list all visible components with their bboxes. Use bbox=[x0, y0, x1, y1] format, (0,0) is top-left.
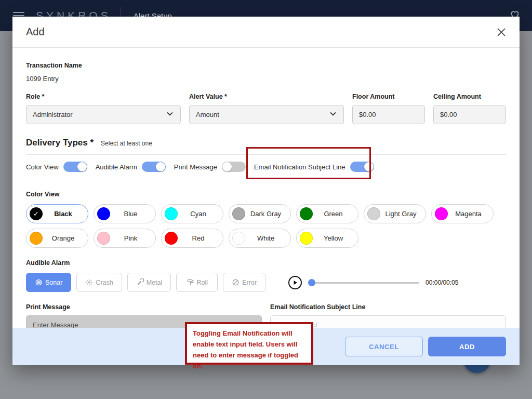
annotation-note: Toggling Email Notification will enable … bbox=[185, 322, 313, 365]
sound-button-label: Crash bbox=[96, 279, 113, 286]
toggle-switch-off[interactable] bbox=[222, 162, 246, 172]
error-icon bbox=[232, 278, 240, 286]
color-swatch bbox=[300, 207, 313, 220]
color-chip-label: Black bbox=[43, 210, 88, 218]
play-icon[interactable] bbox=[288, 276, 302, 289]
color-chip-blue[interactable]: Blue bbox=[94, 204, 156, 223]
color-swatch bbox=[435, 207, 448, 220]
color-swatch: ✓ bbox=[30, 207, 43, 220]
color-chip-cyan[interactable]: Cyan bbox=[161, 204, 223, 223]
role-label: Role * bbox=[26, 93, 181, 100]
transaction-name-label: Transaction Name bbox=[26, 62, 82, 69]
modal-title: Add bbox=[26, 26, 45, 38]
transaction-name-value: 1099 Entry bbox=[26, 75, 506, 83]
toggle-switch-on[interactable] bbox=[63, 162, 87, 172]
add-button[interactable]: ADD bbox=[428, 337, 506, 356]
color-swatch bbox=[165, 232, 178, 245]
color-chip-orange[interactable]: Orange bbox=[26, 229, 88, 248]
floor-amount-label: Floor Amount bbox=[352, 93, 425, 100]
color-chip-label: Green bbox=[313, 210, 358, 218]
toggle-color-view[interactable]: Color View bbox=[26, 162, 87, 172]
color-view-section-label: Color View bbox=[26, 191, 506, 198]
color-swatch bbox=[367, 207, 380, 220]
chevron-down-icon bbox=[166, 110, 174, 119]
sonar-icon bbox=[35, 278, 43, 286]
toggle-email-notification-subject-line[interactable]: Email Notification Subject Line bbox=[254, 162, 374, 172]
color-chip-light-gray[interactable]: Light Gray bbox=[364, 204, 426, 223]
toggle-label: Audible Alarm bbox=[96, 163, 137, 171]
sound-button-label: Metal bbox=[147, 279, 163, 286]
color-chip-label: Light Gray bbox=[380, 210, 425, 218]
alert-value-selected: Amount bbox=[196, 111, 219, 118]
toggle-audible-alarm[interactable]: Audible Alarm bbox=[96, 162, 166, 172]
color-chip-dark-gray[interactable]: Dark Gray bbox=[229, 204, 291, 223]
color-chip-label: Dark Gray bbox=[245, 210, 290, 218]
sound-button-metal[interactable]: Metal bbox=[127, 273, 171, 292]
color-chip-pink[interactable]: Pink bbox=[94, 229, 156, 248]
color-chip-label: Yellow bbox=[313, 234, 358, 242]
color-chip-label: Red bbox=[178, 234, 223, 242]
color-chip-black[interactable]: ✓Black bbox=[26, 204, 88, 223]
color-chip-magenta[interactable]: Magenta bbox=[431, 204, 494, 223]
alert-value-select[interactable]: Amount bbox=[189, 105, 344, 124]
sound-options: SonarCrashMetalRollError bbox=[26, 273, 271, 292]
color-swatch bbox=[30, 232, 43, 245]
cancel-button[interactable]: CANCEL bbox=[345, 337, 423, 356]
color-chip-white[interactable]: White bbox=[229, 229, 291, 248]
audio-progress-slider[interactable] bbox=[308, 279, 419, 286]
audio-player: 00:00/00:05 bbox=[288, 276, 458, 289]
color-chip-green[interactable]: Green bbox=[296, 204, 358, 223]
color-swatch bbox=[300, 232, 313, 245]
color-swatch bbox=[97, 232, 110, 245]
color-chip-label: White bbox=[245, 234, 290, 242]
sound-button-label: Roll bbox=[197, 279, 208, 286]
color-chip-label: Magenta bbox=[448, 210, 493, 218]
ceiling-amount-label: Ceiling Amount bbox=[433, 93, 506, 100]
crash-icon bbox=[85, 278, 93, 286]
color-chip-yellow[interactable]: Yellow bbox=[296, 229, 358, 248]
color-options: ✓BlackBlueCyanDark GrayGreenLight GrayMa… bbox=[26, 204, 506, 248]
sound-button-sonar[interactable]: Sonar bbox=[26, 273, 71, 292]
audible-alarm-section-label: Audible Alarm bbox=[26, 259, 506, 267]
toggle-label: Color View bbox=[26, 163, 59, 171]
add-alert-modal: Add Transaction Name 1099 Entry Role * A… bbox=[12, 17, 520, 365]
toggle-print-message[interactable]: Print Message bbox=[174, 162, 246, 172]
color-swatch bbox=[97, 207, 110, 220]
sound-button-error[interactable]: Error bbox=[223, 273, 265, 292]
slider-knob[interactable] bbox=[308, 279, 315, 286]
sound-button-label: Error bbox=[242, 279, 257, 286]
sound-button-crash[interactable]: Crash bbox=[76, 273, 122, 292]
floor-amount-input[interactable] bbox=[352, 105, 425, 124]
chevron-down-icon bbox=[329, 110, 337, 119]
audio-time: 00:00/00:05 bbox=[425, 279, 458, 286]
color-swatch bbox=[232, 232, 245, 245]
email-subject-label: Email Notification Subject Line bbox=[270, 303, 506, 311]
color-chip-label: Cyan bbox=[178, 210, 223, 218]
wrench-icon bbox=[136, 278, 144, 286]
sound-button-roll[interactable]: Roll bbox=[176, 273, 218, 292]
delivery-types-note: Select at least one bbox=[101, 140, 152, 147]
close-icon[interactable] bbox=[496, 26, 507, 38]
color-chip-label: Blue bbox=[110, 210, 155, 218]
color-swatch bbox=[165, 207, 178, 220]
alert-value-label: Alert Value * bbox=[189, 93, 344, 100]
check-icon: ✓ bbox=[33, 210, 39, 218]
color-chip-label: Pink bbox=[110, 234, 155, 242]
color-chip-label: Orange bbox=[43, 234, 88, 242]
ceiling-amount-input[interactable] bbox=[433, 105, 506, 124]
sound-options-row: SonarCrashMetalRollError 00:00/00:05 bbox=[26, 273, 506, 292]
print-message-label: Print Message bbox=[26, 303, 262, 311]
roller-icon bbox=[187, 278, 194, 286]
delivery-toggles-row: Color ViewAudible AlarmPrint MessageEmai… bbox=[26, 154, 506, 179]
sound-button-label: Sonar bbox=[45, 279, 62, 286]
color-swatch bbox=[232, 207, 245, 220]
toggle-label: Email Notification Subject Line bbox=[254, 163, 345, 171]
toggle-switch-on[interactable] bbox=[350, 162, 374, 172]
toggle-label: Print Message bbox=[174, 163, 217, 171]
delivery-types-heading: Delivery Types * bbox=[26, 138, 94, 148]
toggle-switch-on[interactable] bbox=[142, 162, 166, 172]
role-select[interactable]: Administrator bbox=[26, 105, 181, 124]
color-chip-red[interactable]: Red bbox=[161, 229, 223, 248]
role-selected-value: Administrator bbox=[33, 111, 73, 118]
